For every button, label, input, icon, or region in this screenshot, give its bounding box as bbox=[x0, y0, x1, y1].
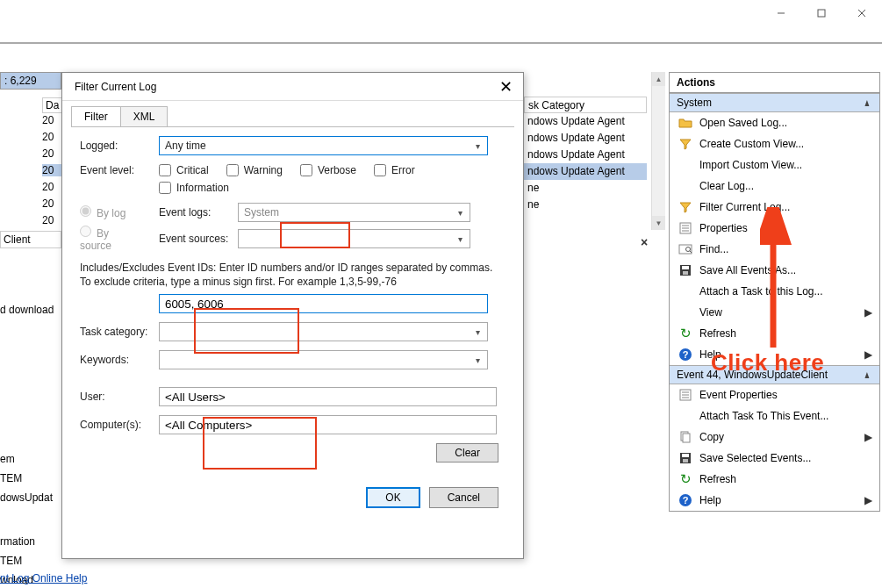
column-header-client: Client bbox=[0, 231, 61, 248]
action-item-label: Clear Log... bbox=[699, 180, 754, 192]
verbose-label: Verbose bbox=[318, 164, 356, 176]
collapse-icon: ▲ bbox=[864, 97, 871, 109]
tab-xml[interactable]: XML bbox=[120, 106, 169, 126]
actions-panel: Actions System ▲ Open Saved Log...Create… bbox=[669, 72, 880, 512]
refresh-icon: ↻ bbox=[678, 472, 692, 486]
action-item[interactable]: Attach Task To This Event... bbox=[670, 405, 879, 427]
verbose-checkbox[interactable]: Verbose bbox=[300, 164, 356, 176]
filter-dialog: Filter Current Log ✕ Filter XML Logged: … bbox=[61, 72, 524, 559]
action-item[interactable]: Import Custom View... bbox=[670, 154, 879, 176]
warning-checkbox[interactable]: Warning bbox=[226, 164, 283, 176]
event-ids-input[interactable] bbox=[159, 294, 488, 313]
pane-close-icon[interactable]: × bbox=[641, 235, 648, 249]
chevron-right-icon: ▶ bbox=[864, 431, 872, 443]
action-item[interactable]: Find... bbox=[670, 239, 879, 260]
svg-rect-1 bbox=[818, 10, 825, 17]
action-item[interactable]: Open Saved Log... bbox=[670, 112, 879, 133]
row-partial: 20 bbox=[42, 147, 54, 160]
cell: ndows Update Agent bbox=[524, 147, 647, 163]
by-source-radio: By source bbox=[80, 227, 111, 252]
chevron-down-icon: ▾ bbox=[470, 139, 485, 153]
blank-icon bbox=[678, 409, 692, 423]
chevron-right-icon: ▶ bbox=[864, 348, 872, 361]
action-item[interactable]: Filter Current Log... bbox=[670, 197, 879, 218]
action-item[interactable]: Create Custom View... bbox=[670, 133, 879, 154]
svg-rect-24 bbox=[683, 459, 688, 463]
error-checkbox[interactable]: Error bbox=[374, 164, 415, 176]
action-item[interactable]: View▶ bbox=[670, 302, 879, 323]
save-icon bbox=[678, 451, 692, 465]
action-item-label: Open Saved Log... bbox=[699, 117, 787, 129]
refresh-icon: ↻ bbox=[678, 326, 692, 341]
scroll-down-button[interactable]: ▼ bbox=[652, 216, 665, 230]
user-label: User: bbox=[80, 391, 159, 403]
action-item-label: View bbox=[699, 306, 722, 319]
action-item-label: Refresh bbox=[699, 327, 736, 340]
critical-checkbox[interactable]: Critical bbox=[159, 164, 209, 176]
online-help-link[interactable]: nt Log Online Help bbox=[0, 572, 87, 584]
chevron-down-icon: ▾ bbox=[452, 232, 468, 246]
logged-label: Logged: bbox=[80, 140, 159, 152]
logged-value: Any time bbox=[165, 140, 206, 152]
props-icon bbox=[678, 388, 692, 402]
section-system-items: Open Saved Log...Create Custom View...Im… bbox=[670, 112, 879, 365]
keywords-dropdown[interactable]: ▾ bbox=[159, 350, 488, 369]
event-logs-value: System bbox=[244, 206, 279, 219]
section-system[interactable]: System ▲ bbox=[670, 93, 879, 112]
dialog-tabs: Filter XML bbox=[71, 106, 514, 127]
column-header-task: sk Category bbox=[524, 97, 647, 113]
section-system-label: System bbox=[677, 97, 712, 109]
tab-filter[interactable]: Filter bbox=[71, 106, 121, 126]
blank-icon bbox=[678, 179, 692, 193]
svg-rect-13 bbox=[683, 271, 688, 275]
minimize-button[interactable] bbox=[761, 0, 801, 26]
error-label: Error bbox=[391, 164, 415, 176]
action-item[interactable]: Attach a Task to this Log... bbox=[670, 281, 879, 302]
action-item-label: Save All Events As... bbox=[699, 264, 796, 276]
blank-icon bbox=[678, 158, 692, 172]
dialog-form: Logged: Any time ▾ Event level: Critical… bbox=[62, 127, 523, 517]
action-item[interactable]: Event Properties bbox=[670, 384, 879, 405]
user-input[interactable] bbox=[159, 387, 497, 406]
logged-dropdown[interactable]: Any time ▾ bbox=[159, 136, 488, 155]
computers-input[interactable] bbox=[159, 415, 497, 434]
cancel-button[interactable]: Cancel bbox=[429, 487, 498, 508]
event-level-group: Critical Warning Verbose Error Informati… bbox=[159, 164, 492, 194]
action-item[interactable]: ?Help▶ bbox=[670, 490, 879, 511]
dialog-close-button[interactable]: ✕ bbox=[494, 79, 518, 95]
critical-label: Critical bbox=[176, 164, 209, 176]
action-item[interactable]: Save Selected Events... bbox=[670, 448, 879, 469]
event-count: : 6,229 bbox=[0, 72, 61, 90]
ok-button[interactable]: OK bbox=[366, 487, 419, 508]
action-item[interactable]: Save All Events As... bbox=[670, 260, 879, 281]
warning-label: Warning bbox=[244, 164, 283, 176]
chevron-down-icon: ▾ bbox=[470, 353, 485, 367]
cell: ndows Update Agent bbox=[524, 130, 647, 147]
action-item-label: Save Selected Events... bbox=[699, 452, 811, 464]
action-item[interactable]: Properties bbox=[670, 218, 879, 239]
action-item[interactable]: Copy▶ bbox=[670, 427, 879, 448]
information-checkbox[interactable]: Information bbox=[159, 182, 229, 194]
blank-icon bbox=[678, 284, 692, 298]
computers-label: Computer(s): bbox=[80, 419, 159, 431]
action-item-label: Attach Task To This Event... bbox=[699, 410, 828, 422]
event-sources-dropdown[interactable]: ▾ bbox=[238, 229, 470, 248]
cell: ndows Update Agent bbox=[524, 113, 647, 130]
action-item[interactable]: ↻Refresh bbox=[670, 323, 879, 344]
scrollbar[interactable]: ▲ ▼ bbox=[651, 72, 665, 230]
partial-text-group: em TEM dowsUpdat rmation TEM wnload bbox=[0, 449, 61, 588]
collapse-icon: ▲ bbox=[864, 369, 871, 381]
scroll-up-button[interactable]: ▲ bbox=[652, 72, 665, 86]
close-window-button[interactable] bbox=[842, 0, 882, 26]
action-item-label: Create Custom View... bbox=[699, 138, 804, 150]
row-partial: 20 bbox=[42, 181, 54, 193]
action-item[interactable]: ↻Refresh bbox=[670, 469, 879, 490]
event-logs-dropdown[interactable]: System ▾ bbox=[238, 203, 470, 222]
chevron-right-icon: ▶ bbox=[864, 494, 872, 506]
task-category-dropdown[interactable]: ▾ bbox=[159, 322, 488, 341]
clear-button[interactable]: Clear bbox=[436, 443, 498, 463]
action-item[interactable]: Clear Log... bbox=[670, 176, 879, 197]
partial-text: TEM bbox=[0, 551, 61, 570]
maximize-button[interactable] bbox=[801, 0, 842, 26]
help-icon: ? bbox=[678, 493, 692, 507]
